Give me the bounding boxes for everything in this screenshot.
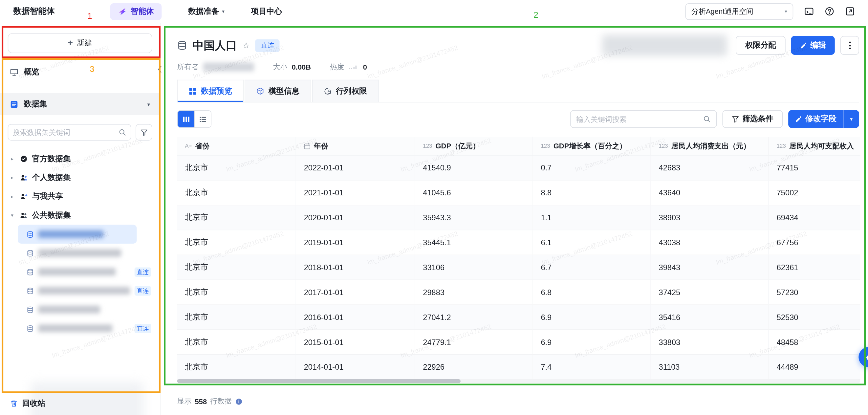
row-count-prefix: 显示 (177, 396, 192, 406)
horizontal-scrollbar-track[interactable] (177, 379, 861, 383)
dataset-filter-button[interactable] (135, 124, 152, 141)
people-group-icon (20, 211, 28, 219)
table-cell: 35416 (651, 305, 769, 329)
database-icon (27, 287, 34, 294)
table-body: 北京市2022-01-0141540.90.74268377415北京市2021… (177, 156, 861, 380)
table-row: 北京市2020-01-0135943.31.13890369434 (177, 206, 861, 231)
column-header[interactable]: 123GDP增长率（百分之） (533, 137, 651, 155)
tree-item-personal-datasets[interactable]: ▸ 个人数据集 (0, 169, 160, 187)
table-search-input[interactable] (576, 115, 700, 123)
help-icon[interactable] (825, 6, 834, 16)
table-row: 北京市2021-01-0141045.68.84364075002 (177, 181, 861, 206)
pencil-icon (800, 42, 807, 49)
edit-button-label: 编辑 (811, 40, 826, 50)
dataset-search-box (8, 124, 131, 141)
table-row: 北京市2019-01-0135445.16.14303867756 (177, 230, 861, 255)
column-header[interactable]: 年份 (296, 137, 415, 155)
app-brand: 数据智能体 (13, 6, 55, 17)
page-title: 中国人口 (193, 38, 237, 53)
table-cell: 43038 (651, 230, 769, 255)
chevron-down-icon: ▾ (9, 213, 16, 218)
table-cell: 2020-01-01 (296, 206, 415, 230)
tree-item-public-datasets[interactable]: ▾ 公共数据集 (0, 206, 160, 225)
dataset-item[interactable]: 直连 (0, 319, 160, 337)
tab-model-info[interactable]: 模型信息 (245, 80, 311, 102)
tree-item-official-datasets[interactable]: ▸ 官方数据集 (0, 149, 160, 168)
tab-label: 行列权限 (336, 86, 367, 96)
blurred-dataset-name (38, 287, 130, 295)
verified-badge-icon (20, 155, 28, 163)
table-row: 北京市2015-01-0124779.16.93380348458 (177, 330, 861, 355)
table-cell: 北京市 (177, 156, 297, 180)
table-cell: 38903 (651, 206, 769, 230)
nav-item-project-center[interactable]: 项目中心 (251, 6, 282, 16)
edit-button[interactable]: 编辑 (791, 36, 835, 55)
chevron-right-icon: ▸ (9, 194, 16, 199)
column-header[interactable]: 123居民人均消费支出（元） (651, 137, 769, 155)
recycle-bin-button[interactable]: 回收站 (10, 398, 45, 409)
workspace-select[interactable]: 分析Agent通用空间 ▾ (685, 3, 794, 20)
chevron-left-icon: ❮ (865, 352, 868, 362)
direct-connect-badge: 直连 (134, 324, 151, 333)
info-icon[interactable] (235, 398, 242, 405)
blurred-region (31, 382, 144, 415)
permission-assign-button[interactable]: 权限分配 (736, 36, 785, 55)
nav-item-agent[interactable]: 智能体 (110, 3, 162, 20)
column-header[interactable]: A≡省份 (177, 137, 297, 155)
sidebar-item-datasets[interactable]: 数据集 ▾ (0, 93, 160, 115)
table-cell: 2022-01-01 (296, 156, 415, 180)
open-window-icon[interactable] (845, 6, 855, 16)
table-cell: 6.1 (533, 230, 651, 255)
new-dataset-button[interactable]: + 新建 (8, 33, 152, 53)
column-label: GDP增长率（百分之） (554, 141, 627, 151)
table-cell: 31103 (651, 355, 769, 379)
tree-children: 直连直连直连 (0, 225, 160, 338)
date-type-icon (304, 143, 311, 149)
tree-item-shared-with-me[interactable]: ▸ 与我共享 (0, 187, 160, 206)
column-label: GDP（亿元） (436, 141, 480, 151)
table-cell: 2021-01-01 (296, 181, 415, 205)
table-cell: 52530 (769, 305, 860, 329)
dataset-item[interactable] (18, 225, 137, 244)
console-icon[interactable] (804, 6, 814, 16)
modify-fields-button[interactable]: 修改字段 ▾ (788, 110, 859, 128)
chevron-down-icon: ▾ (147, 101, 150, 107)
nav-item-data-prep[interactable]: 数据准备 ▾ (188, 6, 224, 16)
table-cell: 27041.2 (415, 305, 533, 329)
horizontal-scrollbar-thumb[interactable] (177, 379, 461, 383)
table-cell: 67756 (769, 230, 860, 255)
column-view-button[interactable] (178, 111, 194, 127)
table-cell: 41045.6 (415, 181, 533, 205)
row-count-suffix: 行数据 (210, 396, 232, 406)
number-type-icon: 123 (541, 143, 550, 149)
table-cell: 2015-01-01 (296, 330, 415, 354)
tab-data-preview[interactable]: 数据预览 (177, 80, 244, 102)
sidebar: + 新建 概览 数据集 ▾ (0, 23, 160, 415)
dataset-item[interactable] (0, 244, 160, 262)
chevron-right-icon: ▸ (9, 156, 16, 162)
dataset-item[interactable]: 直连 (0, 281, 160, 300)
column-header[interactable]: 123GDP（亿元） (415, 137, 533, 155)
table-row: 北京市2014-01-01229267.43110344489 (177, 355, 861, 380)
sidebar-collapse-icon[interactable]: ❮ (157, 65, 162, 72)
sidebar-item-overview-label: 概览 (24, 67, 39, 77)
filter-conditions-button[interactable]: 筛选条件 (722, 110, 783, 128)
signal-bars-icon (349, 64, 359, 70)
star-icon[interactable]: ☆ (243, 40, 250, 50)
workspace-select-value: 分析Agent通用空间 (691, 6, 753, 16)
sidebar-item-overview[interactable]: 概览 (0, 61, 160, 83)
table-cell: 75002 (769, 181, 860, 205)
list-view-button[interactable] (194, 111, 211, 127)
tab-row-column-permission[interactable]: 行列权限 (312, 80, 378, 102)
plus-icon: + (68, 39, 73, 48)
dataset-item[interactable]: 直连 (0, 262, 160, 281)
chevron-down-icon[interactable]: ▾ (844, 110, 859, 128)
column-header[interactable]: 123居民人均可支配收入 (769, 137, 860, 155)
dataset-item[interactable] (0, 300, 160, 319)
table-row: 北京市2017-01-01298836.83742557230 (177, 280, 861, 305)
database-icon (177, 40, 187, 50)
sidebar-item-datasets-label: 数据集 (24, 99, 47, 109)
more-actions-button[interactable] (840, 36, 859, 55)
dataset-search-input[interactable] (13, 128, 115, 136)
table-cell: 33803 (651, 330, 769, 354)
